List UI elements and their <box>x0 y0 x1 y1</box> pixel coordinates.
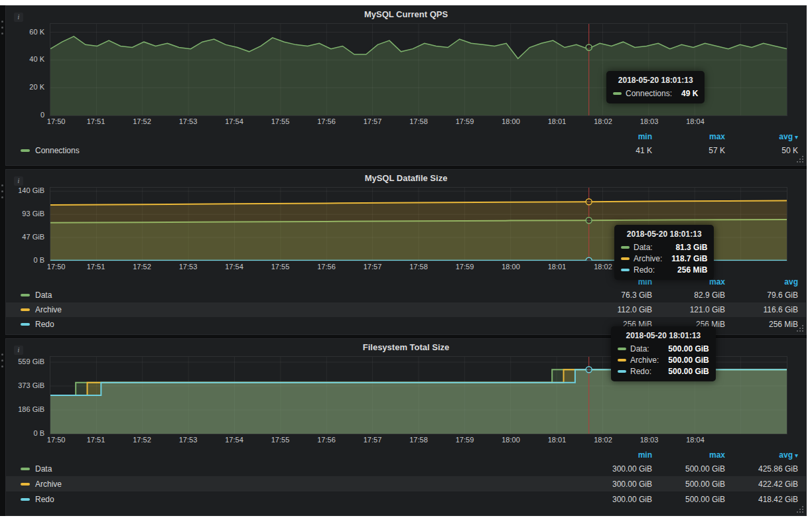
x-tick-label: 17:57 <box>364 263 382 271</box>
x-tick-label: 17:59 <box>456 117 474 125</box>
legend-series-redo[interactable]: Redo <box>21 320 579 329</box>
panel-drag-handle[interactable] <box>1 21 4 40</box>
stat-max: 82.9 GiB <box>652 291 725 300</box>
legend-series-archive[interactable]: Archive <box>21 305 579 314</box>
x-tick-label: 18:02 <box>594 263 612 271</box>
tooltip-series-value: 500.00 GiB <box>659 367 709 376</box>
legend-series-redo[interactable]: Redo <box>21 495 579 504</box>
stat-max: 500.00 GiB <box>652 495 725 504</box>
legend-stats-header: min max avg▾ <box>6 131 806 143</box>
stat-min: 300.00 GiB <box>579 480 652 489</box>
tooltip-datafile-size: 2018-05-20 18:01:13 Data:81.3 GiBArchive… <box>614 225 714 280</box>
x-tick-label: 17:56 <box>317 117 336 125</box>
tooltip-row: Redo:256 MiB <box>621 265 707 275</box>
series-color-icon <box>21 294 30 296</box>
series-color-icon <box>21 483 30 486</box>
series-color-icon <box>21 323 30 326</box>
x-tick-label: 17:54 <box>225 263 243 271</box>
stat-avg: 50 K <box>725 146 798 155</box>
x-tick-label: 17:52 <box>133 117 151 125</box>
x-tick-label: 18:01 <box>548 436 567 444</box>
x-tick-label: 18:03 <box>640 436 659 444</box>
resize-handle[interactable] <box>797 325 803 332</box>
stat-header-max[interactable]: max <box>652 132 725 141</box>
y-tick-label: 0 B <box>33 429 44 437</box>
stat-min: 112.0 GiB <box>579 305 652 314</box>
tooltip-timestamp: 2018-05-20 18:01:13 <box>621 229 707 239</box>
x-tick-label: 17:51 <box>87 263 105 271</box>
legend-rows: Data76.3 GiB82.9 GiB79.6 GiBArchive112.0… <box>6 288 806 332</box>
x-tick-label: 17:58 <box>409 117 428 125</box>
x-axis: 17:5017:5117:5217:5317:5417:5517:5617:57… <box>50 117 787 129</box>
x-tick-label: 17:52 <box>133 436 151 444</box>
tooltip-series-value: 81.3 GiB <box>666 243 707 252</box>
x-tick-label: 18:02 <box>594 117 612 125</box>
tooltip-series-value: 500.00 GiB <box>659 356 709 365</box>
y-tick-label: 0 B <box>33 256 44 264</box>
x-tick-label: 17:56 <box>317 263 336 271</box>
tooltip-filesystem-size: 2018-05-20 18:01:13 Data:500.00 GiBArchi… <box>611 326 716 381</box>
x-tick-label: 17:57 <box>364 117 382 125</box>
resize-handle[interactable] <box>797 506 803 513</box>
x-tick-label: 18:03 <box>640 117 659 125</box>
tooltip-row: Archive:118.7 GiB <box>621 254 707 263</box>
stat-avg: 79.6 GiB <box>725 291 798 300</box>
x-tick-label: 17:54 <box>225 436 243 444</box>
legend-row: Connections41 K57 K50 K <box>6 143 806 159</box>
sort-caret-icon: ▾ <box>795 452 798 459</box>
x-tick-label: 18:00 <box>502 436 520 444</box>
x-axis: 17:5017:5117:5217:5317:5417:5517:5617:57… <box>50 436 787 447</box>
tooltip-series-label: Archive: <box>630 356 659 365</box>
legend-row: Data300.00 GiB500.00 GiB425.86 GiB <box>6 461 806 476</box>
series-color-icon <box>618 348 626 350</box>
y-tick-label: 47 GiB <box>22 233 44 241</box>
stat-header-min[interactable]: min <box>579 450 652 460</box>
x-tick-label: 17:51 <box>87 117 105 125</box>
stat-header-max[interactable]: max <box>652 450 725 460</box>
stat-avg: 425.86 GiB <box>725 464 798 474</box>
tooltip-qps: 2018-05-20 18:01:13 Connections:49 K <box>606 71 705 103</box>
tooltip-timestamp: 2018-05-20 18:01:13 <box>613 76 698 85</box>
legend-series-archive[interactable]: Archive <box>21 480 579 489</box>
x-tick-label: 18:04 <box>686 436 705 444</box>
legend-row: Data76.3 GiB82.9 GiB79.6 GiB <box>6 288 806 302</box>
tooltip-row: Data:500.00 GiB <box>618 344 709 354</box>
stat-header-avg[interactable]: avg▾ <box>725 132 798 141</box>
x-tick-label: 17:58 <box>409 263 428 271</box>
x-tick-label: 17:56 <box>317 436 336 444</box>
stat-avg: 418.42 GiB <box>725 495 798 504</box>
legend-row: Redo300.00 GiB500.00 GiB418.42 GiB <box>6 491 806 507</box>
panel-title[interactable]: MySQL Current QPS <box>6 6 806 23</box>
legend-series-data[interactable]: Data <box>21 291 579 300</box>
stat-max: 121.0 GiB <box>652 305 725 314</box>
stat-avg: 422.42 GiB <box>725 480 798 489</box>
series-color-icon <box>621 246 630 249</box>
stat-header-avg[interactable]: avg▾ <box>725 277 798 287</box>
x-tick-label: 17:59 <box>456 263 474 271</box>
stat-max: 500.00 GiB <box>652 464 725 474</box>
legend-series-data[interactable]: Data <box>21 464 579 474</box>
y-tick-label: 93 GiB <box>22 210 44 218</box>
resize-handle[interactable] <box>797 156 803 162</box>
x-tick-label: 17:59 <box>456 436 474 444</box>
sort-caret-icon: ▾ <box>795 133 798 141</box>
x-tick-label: 18:01 <box>548 117 567 125</box>
legend-stats-header: min max avg▾ <box>6 449 806 461</box>
series-color-icon <box>21 498 30 501</box>
panel-drag-handle[interactable] <box>1 354 4 373</box>
stat-header-avg[interactable]: avg▾ <box>725 450 798 460</box>
legend-rows: Connections41 K57 K50 K <box>6 143 806 159</box>
stat-header-min[interactable]: min <box>579 132 652 141</box>
info-icon[interactable]: i <box>14 13 23 22</box>
x-tick-label: 18:04 <box>686 117 705 125</box>
info-icon[interactable]: i <box>14 176 23 186</box>
panel-title[interactable]: MySQL Datafile Size <box>6 170 806 187</box>
y-axis: 0 B186 GiB373 GiB559 GiB <box>6 356 50 434</box>
panel-drag-handle[interactable] <box>1 184 4 204</box>
x-tick-label: 17:58 <box>409 436 428 444</box>
tooltip-row: Redo:500.00 GiB <box>618 367 709 376</box>
x-tick-label: 17:53 <box>179 117 198 125</box>
info-icon[interactable]: i <box>14 346 23 355</box>
y-axis: 020 K40 K60 K <box>6 23 50 116</box>
legend-series-connections[interactable]: Connections <box>21 146 579 155</box>
